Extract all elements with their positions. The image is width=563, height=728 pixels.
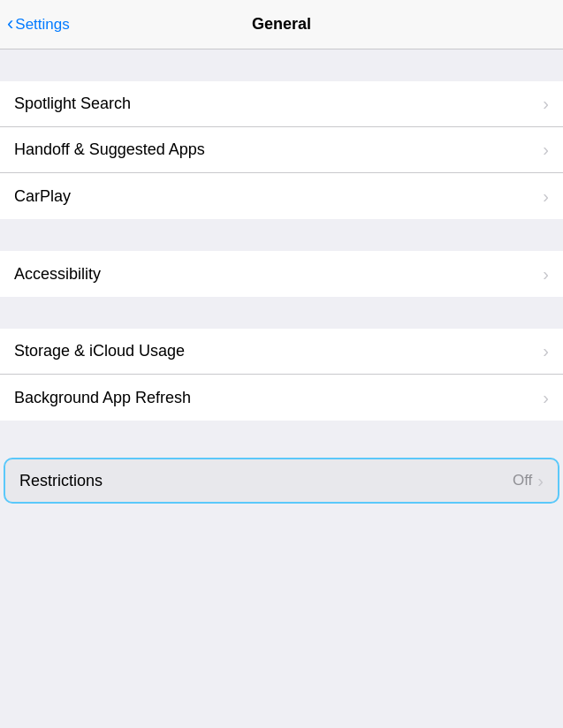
section-spacer-top [0,49,563,81]
restrictions-section: Restrictions Off › [0,452,563,509]
background-app-refresh-item[interactable]: Background App Refresh › [0,375,563,421]
storage-icloud-item[interactable]: Storage & iCloud Usage › [0,329,563,375]
navigation-bar: ‹ Settings General [0,0,563,49]
settings-group-3: Storage & iCloud Usage › Background App … [0,329,563,421]
restrictions-value: Off [513,472,532,489]
chevron-right-icon: › [543,264,549,284]
back-label: Settings [15,16,69,34]
back-button[interactable]: ‹ Settings [7,13,70,35]
settings-group-1: Spotlight Search › Handoff & Suggested A… [0,81,563,219]
handoff-item[interactable]: Handoff & Suggested Apps › [0,127,563,173]
section-spacer-4 [0,421,563,452]
restrictions-item[interactable]: Restrictions Off › [4,458,559,504]
handoff-label: Handoff & Suggested Apps [14,140,205,159]
chevron-right-icon: › [543,94,549,114]
chevron-right-icon: › [537,471,544,491]
accessibility-right: › [543,264,549,284]
section-spacer-2 [0,219,563,251]
chevron-right-icon: › [543,341,549,361]
accessibility-item[interactable]: Accessibility › [0,251,563,297]
back-chevron-icon: ‹ [7,12,13,35]
settings-group-2: Accessibility › [0,251,563,297]
handoff-right: › [543,140,549,160]
spotlight-search-item[interactable]: Spotlight Search › [0,81,563,127]
section-spacer-3 [0,297,563,329]
restrictions-right: Off › [513,471,544,491]
carplay-item[interactable]: CarPlay › [0,173,563,219]
spotlight-search-label: Spotlight Search [14,95,131,113]
restrictions-label: Restrictions [19,472,103,490]
chevron-right-icon: › [543,388,549,408]
storage-icloud-right: › [543,341,549,361]
accessibility-label: Accessibility [14,265,101,284]
storage-icloud-label: Storage & iCloud Usage [14,342,185,360]
chevron-right-icon: › [543,140,549,160]
carplay-right: › [543,186,549,207]
spotlight-search-right: › [543,94,549,114]
carplay-label: CarPlay [14,187,71,206]
chevron-right-icon: › [543,186,549,207]
background-app-refresh-right: › [543,388,549,408]
background-app-refresh-label: Background App Refresh [14,389,191,407]
page-title: General [252,15,311,34]
